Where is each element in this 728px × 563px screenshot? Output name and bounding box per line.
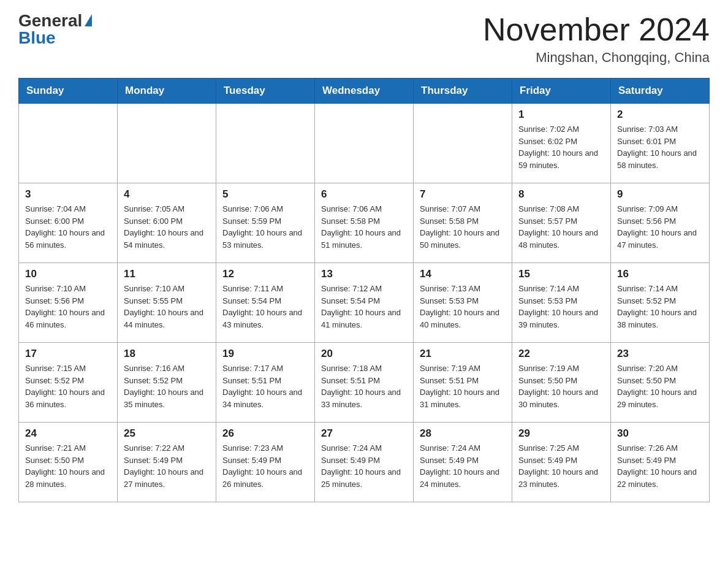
day-number: 21 bbox=[420, 348, 506, 360]
day-number: 20 bbox=[321, 348, 407, 360]
header-saturday: Saturday bbox=[611, 79, 710, 104]
table-row: 14Sunrise: 7:13 AMSunset: 5:53 PMDayligh… bbox=[414, 263, 512, 343]
table-row: 19Sunrise: 7:17 AMSunset: 5:51 PMDayligh… bbox=[216, 343, 315, 423]
day-info: Sunrise: 7:05 AMSunset: 6:00 PMDaylight:… bbox=[124, 203, 210, 251]
day-number: 29 bbox=[518, 427, 604, 440]
day-number: 9 bbox=[617, 188, 703, 201]
day-number: 12 bbox=[222, 268, 308, 280]
header-tuesday: Tuesday bbox=[216, 79, 315, 104]
day-number: 8 bbox=[518, 188, 604, 201]
day-info: Sunrise: 7:12 AMSunset: 5:54 PMDaylight:… bbox=[321, 283, 407, 331]
table-row: 15Sunrise: 7:14 AMSunset: 5:53 PMDayligh… bbox=[512, 263, 611, 343]
table-row: 2Sunrise: 7:03 AMSunset: 6:01 PMDaylight… bbox=[611, 104, 710, 183]
day-number: 19 bbox=[222, 348, 308, 360]
day-number: 10 bbox=[25, 268, 111, 280]
day-info: Sunrise: 7:10 AMSunset: 5:56 PMDaylight:… bbox=[25, 283, 111, 331]
day-info: Sunrise: 7:24 AMSunset: 5:49 PMDaylight:… bbox=[321, 442, 407, 490]
calendar-header-row: Sunday Monday Tuesday Wednesday Thursday… bbox=[19, 79, 710, 104]
logo-blue-text: Blue bbox=[18, 29, 56, 47]
table-row bbox=[315, 104, 414, 183]
logo-general-text: General bbox=[18, 12, 82, 29]
table-row: 28Sunrise: 7:24 AMSunset: 5:49 PMDayligh… bbox=[414, 423, 512, 502]
day-info: Sunrise: 7:10 AMSunset: 5:55 PMDaylight:… bbox=[124, 283, 210, 331]
day-info: Sunrise: 7:26 AMSunset: 5:49 PMDaylight:… bbox=[617, 442, 703, 490]
table-row bbox=[414, 104, 512, 183]
table-row: 3Sunrise: 7:04 AMSunset: 6:00 PMDaylight… bbox=[19, 183, 118, 263]
day-number: 17 bbox=[25, 348, 111, 360]
table-row: 26Sunrise: 7:23 AMSunset: 5:49 PMDayligh… bbox=[216, 423, 315, 502]
table-row: 27Sunrise: 7:24 AMSunset: 5:49 PMDayligh… bbox=[315, 423, 414, 502]
table-row: 18Sunrise: 7:16 AMSunset: 5:52 PMDayligh… bbox=[118, 343, 216, 423]
day-info: Sunrise: 7:14 AMSunset: 5:53 PMDaylight:… bbox=[518, 283, 604, 331]
day-number: 28 bbox=[420, 427, 506, 440]
table-row: 13Sunrise: 7:12 AMSunset: 5:54 PMDayligh… bbox=[315, 263, 414, 343]
day-info: Sunrise: 7:04 AMSunset: 6:00 PMDaylight:… bbox=[25, 203, 111, 251]
day-info: Sunrise: 7:17 AMSunset: 5:51 PMDaylight:… bbox=[222, 362, 308, 410]
day-info: Sunrise: 7:07 AMSunset: 5:58 PMDaylight:… bbox=[420, 203, 506, 251]
day-info: Sunrise: 7:24 AMSunset: 5:49 PMDaylight:… bbox=[420, 442, 506, 490]
table-row: 23Sunrise: 7:20 AMSunset: 5:50 PMDayligh… bbox=[611, 343, 710, 423]
table-row: 1Sunrise: 7:02 AMSunset: 6:02 PMDaylight… bbox=[512, 104, 611, 183]
day-info: Sunrise: 7:25 AMSunset: 5:49 PMDaylight:… bbox=[518, 442, 604, 490]
table-row: 11Sunrise: 7:10 AMSunset: 5:55 PMDayligh… bbox=[118, 263, 216, 343]
table-row: 8Sunrise: 7:08 AMSunset: 5:57 PMDaylight… bbox=[512, 183, 611, 263]
day-info: Sunrise: 7:13 AMSunset: 5:53 PMDaylight:… bbox=[420, 283, 506, 331]
day-info: Sunrise: 7:23 AMSunset: 5:49 PMDaylight:… bbox=[222, 442, 308, 490]
logo-triangle-icon bbox=[85, 14, 92, 26]
calendar-subtitle: Mingshan, Chongqing, China bbox=[483, 50, 710, 66]
header-thursday: Thursday bbox=[414, 79, 512, 104]
day-number: 7 bbox=[420, 188, 506, 201]
title-block: November 2024 Mingshan, Chongqing, China bbox=[483, 12, 710, 66]
table-row: 17Sunrise: 7:15 AMSunset: 5:52 PMDayligh… bbox=[19, 343, 118, 423]
calendar-week-4: 17Sunrise: 7:15 AMSunset: 5:52 PMDayligh… bbox=[19, 343, 710, 423]
day-number: 11 bbox=[124, 268, 210, 280]
day-number: 26 bbox=[222, 427, 308, 440]
table-row: 30Sunrise: 7:26 AMSunset: 5:49 PMDayligh… bbox=[611, 423, 710, 502]
table-row: 20Sunrise: 7:18 AMSunset: 5:51 PMDayligh… bbox=[315, 343, 414, 423]
table-row: 16Sunrise: 7:14 AMSunset: 5:52 PMDayligh… bbox=[611, 263, 710, 343]
day-info: Sunrise: 7:19 AMSunset: 5:50 PMDaylight:… bbox=[518, 362, 604, 410]
header-wednesday: Wednesday bbox=[315, 79, 414, 104]
table-row: 5Sunrise: 7:06 AMSunset: 5:59 PMDaylight… bbox=[216, 183, 315, 263]
day-info: Sunrise: 7:03 AMSunset: 6:01 PMDaylight:… bbox=[617, 123, 703, 171]
day-number: 5 bbox=[222, 188, 308, 201]
day-number: 6 bbox=[321, 188, 407, 201]
day-info: Sunrise: 7:21 AMSunset: 5:50 PMDaylight:… bbox=[25, 442, 111, 490]
day-info: Sunrise: 7:14 AMSunset: 5:52 PMDaylight:… bbox=[617, 283, 703, 331]
header-sunday: Sunday bbox=[19, 79, 118, 104]
day-info: Sunrise: 7:15 AMSunset: 5:52 PMDaylight:… bbox=[25, 362, 111, 410]
day-info: Sunrise: 7:09 AMSunset: 5:56 PMDaylight:… bbox=[617, 203, 703, 251]
table-row: 21Sunrise: 7:19 AMSunset: 5:51 PMDayligh… bbox=[414, 343, 512, 423]
calendar-table: Sunday Monday Tuesday Wednesday Thursday… bbox=[18, 78, 710, 502]
day-number: 13 bbox=[321, 268, 407, 280]
table-row: 25Sunrise: 7:22 AMSunset: 5:49 PMDayligh… bbox=[118, 423, 216, 502]
day-number: 24 bbox=[25, 427, 111, 440]
day-number: 22 bbox=[518, 348, 604, 360]
day-number: 3 bbox=[25, 188, 111, 201]
calendar-title: November 2024 bbox=[483, 12, 710, 47]
calendar-week-5: 24Sunrise: 7:21 AMSunset: 5:50 PMDayligh… bbox=[19, 423, 710, 502]
table-row bbox=[19, 104, 118, 183]
day-info: Sunrise: 7:22 AMSunset: 5:49 PMDaylight:… bbox=[124, 442, 210, 490]
day-number: 30 bbox=[617, 427, 703, 440]
day-number: 16 bbox=[617, 268, 703, 280]
table-row: 22Sunrise: 7:19 AMSunset: 5:50 PMDayligh… bbox=[512, 343, 611, 423]
day-info: Sunrise: 7:11 AMSunset: 5:54 PMDaylight:… bbox=[222, 283, 308, 331]
table-row: 24Sunrise: 7:21 AMSunset: 5:50 PMDayligh… bbox=[19, 423, 118, 502]
header-friday: Friday bbox=[512, 79, 611, 104]
table-row: 29Sunrise: 7:25 AMSunset: 5:49 PMDayligh… bbox=[512, 423, 611, 502]
table-row: 10Sunrise: 7:10 AMSunset: 5:56 PMDayligh… bbox=[19, 263, 118, 343]
page-header: General Blue November 2024 Mingshan, Cho… bbox=[18, 12, 710, 66]
day-number: 4 bbox=[124, 188, 210, 201]
header-monday: Monday bbox=[118, 79, 216, 104]
table-row: 6Sunrise: 7:06 AMSunset: 5:58 PMDaylight… bbox=[315, 183, 414, 263]
table-row: 12Sunrise: 7:11 AMSunset: 5:54 PMDayligh… bbox=[216, 263, 315, 343]
day-number: 18 bbox=[124, 348, 210, 360]
day-number: 15 bbox=[518, 268, 604, 280]
table-row bbox=[216, 104, 315, 183]
calendar-week-2: 3Sunrise: 7:04 AMSunset: 6:00 PMDaylight… bbox=[19, 183, 710, 263]
day-number: 14 bbox=[420, 268, 506, 280]
day-info: Sunrise: 7:08 AMSunset: 5:57 PMDaylight:… bbox=[518, 203, 604, 251]
day-number: 25 bbox=[124, 427, 210, 440]
logo: General Blue bbox=[18, 12, 92, 47]
